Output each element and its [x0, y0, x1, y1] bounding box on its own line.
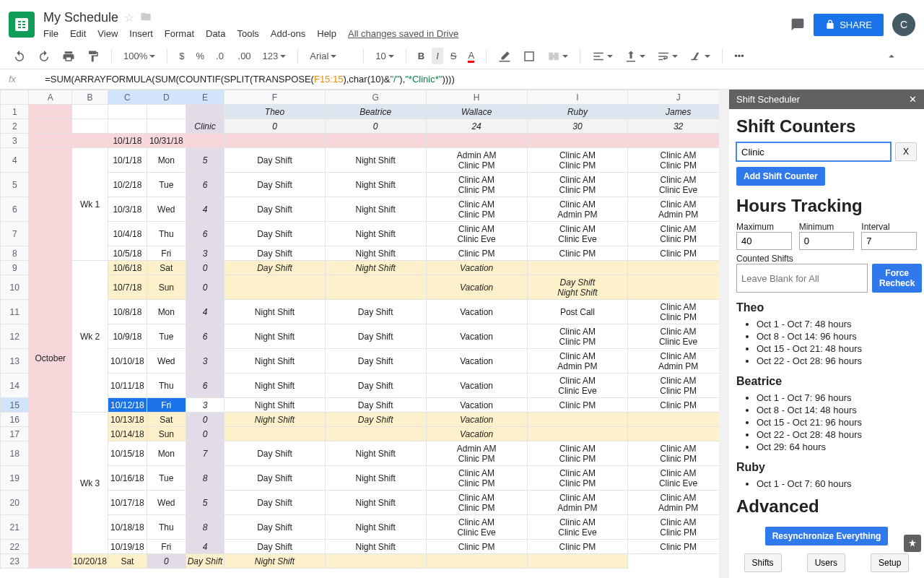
dow-cell[interactable]: Fri [147, 246, 186, 261]
shift-cell[interactable]: Vacation [426, 413, 527, 427]
number-format[interactable]: 123 [258, 48, 291, 64]
account-avatar[interactable]: C [892, 13, 915, 36]
count-cell[interactable]: 6 [186, 324, 224, 349]
shift-cell[interactable]: Day Shift [225, 540, 326, 554]
count-cell[interactable]: 0 [186, 413, 224, 427]
dec-increase-icon[interactable]: .00 [234, 48, 256, 64]
date-cell[interactable]: 10/12/18 [108, 398, 147, 413]
explore-icon[interactable] [904, 535, 921, 552]
count-cell[interactable]: 0 [325, 119, 426, 134]
shift-cell[interactable]: Night Shift [325, 222, 426, 246]
count-cell[interactable]: 4 [186, 300, 224, 324]
menu-tools[interactable]: Tools [237, 28, 258, 39]
week-cell[interactable]: Wk 1 [72, 148, 108, 261]
count-cell[interactable]: 30 [527, 119, 628, 134]
dow-cell[interactable]: Sun [147, 427, 186, 441]
font-size[interactable]: 10 [371, 48, 398, 64]
shift-cell[interactable]: Vacation [426, 374, 527, 398]
shift-cell[interactable]: Clinic AMAdmin PM [527, 349, 628, 374]
shift-cell[interactable]: Vacation [426, 349, 527, 374]
count-cell[interactable]: 6 [186, 222, 224, 246]
col-header[interactable]: C [108, 90, 147, 105]
shift-cell[interactable]: Clinic PM [628, 246, 729, 261]
print-icon[interactable] [58, 47, 79, 66]
shift-cell[interactable]: Day Shift [325, 413, 426, 427]
date-cell[interactable]: 10/7/18 [108, 275, 147, 300]
formula-text[interactable]: =SUM(ARRAYFORMULA(SUM(COUNTIF(SPLIT(TRAN… [45, 74, 455, 85]
redo-icon[interactable] [33, 47, 55, 66]
date-cell[interactable]: 10/3/18 [108, 197, 147, 222]
dow-cell[interactable]: Mon [147, 148, 186, 173]
fill-color-icon[interactable] [494, 47, 515, 66]
count-cell[interactable]: 4 [186, 197, 224, 222]
month-cell[interactable]: October [29, 148, 72, 569]
menu-addons[interactable]: Add-ons [271, 28, 305, 39]
users-button[interactable]: Users [807, 553, 845, 572]
count-cell[interactable]: 32 [628, 119, 729, 134]
shift-cell[interactable]: Clinic AMClinic PM [527, 441, 628, 466]
shift-cell[interactable]: Night Shift [225, 300, 326, 324]
date-cell[interactable]: 10/5/18 [108, 246, 147, 261]
shift-cell[interactable] [527, 261, 628, 275]
person-header[interactable]: Ruby [527, 105, 628, 119]
date-cell[interactable]: 10/9/18 [108, 324, 147, 349]
shift-cell[interactable]: Clinic AMClinic PM [628, 300, 729, 324]
close-icon[interactable]: ✕ [909, 94, 917, 105]
comments-icon[interactable] [790, 17, 805, 32]
shift-cell[interactable]: Night Shift [325, 466, 426, 491]
col-header[interactable]: D [147, 90, 186, 105]
max-input[interactable] [736, 232, 792, 250]
shift-cell[interactable]: Vacation [426, 261, 527, 275]
person-header[interactable]: Wallace [426, 105, 527, 119]
person-header[interactable]: James [628, 105, 729, 119]
shift-cell[interactable]: Day Shift [186, 554, 224, 569]
shift-cell[interactable]: Day Shift [325, 374, 426, 398]
week-cell[interactable]: Wk 3 [72, 413, 108, 554]
shift-cell[interactable]: Night Shift [225, 374, 326, 398]
col-header[interactable]: B [72, 90, 108, 105]
dow-cell[interactable]: Tue [147, 466, 186, 491]
shift-cell[interactable]: Night Shift [325, 540, 426, 554]
date-cell[interactable]: 10/6/18 [108, 261, 147, 275]
date-cell[interactable]: 10/2/18 [108, 173, 147, 197]
shift-cell[interactable]: Day Shift [225, 222, 326, 246]
more-icon[interactable]: ••• [730, 48, 749, 64]
count-cell[interactable]: 3 [186, 398, 224, 413]
bold-icon[interactable]: B [414, 48, 429, 64]
dow-cell[interactable]: Wed [147, 349, 186, 374]
merge-icon[interactable] [543, 47, 572, 66]
shift-cell[interactable]: Clinic PM [426, 246, 527, 261]
shift-cell[interactable]: Day Shift [225, 246, 326, 261]
shift-cell[interactable] [628, 413, 729, 427]
date-cell[interactable]: 10/15/18 [108, 441, 147, 466]
shift-cell[interactable]: Clinic AMClinic PM [527, 324, 628, 349]
count-cell[interactable]: 7 [186, 441, 224, 466]
menu-help[interactable]: Help [317, 28, 336, 39]
shift-cell[interactable]: Night Shift [325, 491, 426, 515]
shift-cell[interactable]: Night Shift [325, 148, 426, 173]
shift-cell[interactable]: Clinic AMAdmin PM [628, 491, 729, 515]
count-cell[interactable]: 0 [186, 275, 224, 300]
shift-cell[interactable]: Day Shift [325, 324, 426, 349]
count-cell[interactable]: 24 [426, 119, 527, 134]
col-header[interactable]: A [29, 90, 72, 105]
shift-cell[interactable]: Vacation [426, 275, 527, 300]
shift-cell[interactable] [628, 427, 729, 441]
shift-cell[interactable]: Clinic AMClinic PM [426, 466, 527, 491]
shift-cell[interactable]: Clinic AMClinic PM [628, 222, 729, 246]
spreadsheet-grid[interactable]: ABCDEFGHIJ1TheoBeatriceWallaceRubyJames2… [0, 90, 729, 578]
resync-button[interactable]: Resynchronize Everything [765, 527, 889, 545]
text-color-icon[interactable]: A [463, 47, 479, 66]
shift-cell[interactable]: Day Shift [325, 398, 426, 413]
remove-counter-button[interactable]: X [895, 142, 917, 161]
count-cell[interactable]: 0 [147, 554, 186, 569]
save-status[interactable]: All changes saved in Drive [348, 28, 458, 39]
shift-cell[interactable] [628, 261, 729, 275]
shift-cell[interactable] [527, 427, 628, 441]
shift-cell[interactable]: Clinic AMClinic Eve [628, 324, 729, 349]
shift-cell[interactable]: Vacation [426, 324, 527, 349]
dow-cell[interactable]: Fri [147, 398, 186, 413]
person-header[interactable]: Beatrice [325, 105, 426, 119]
menu-data[interactable]: Data [206, 28, 225, 39]
shift-cell[interactable]: Clinic AMAdmin PM [527, 197, 628, 222]
